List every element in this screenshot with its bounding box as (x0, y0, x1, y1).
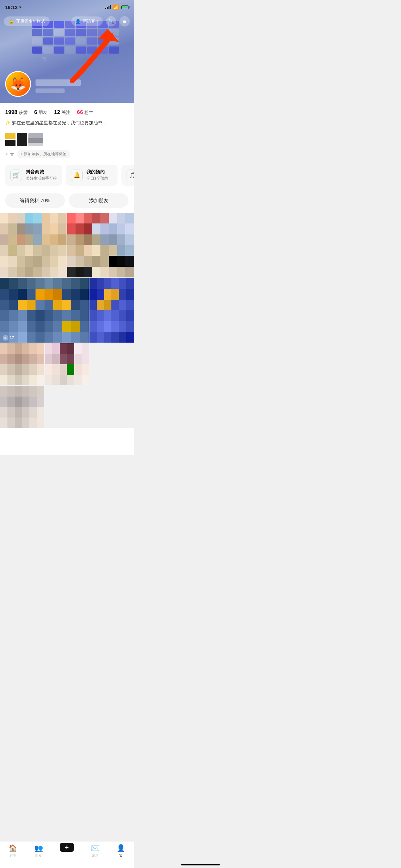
swatch-black-bottom (5, 140, 16, 146)
video-thumb-3[interactable]: ▶ 17 (0, 278, 89, 343)
avatar: 🦊 (5, 71, 31, 97)
play-icon: ▶ (3, 335, 8, 341)
reservation-subtitle: 今日1个预约 (87, 176, 108, 181)
plus-icon: + (21, 152, 23, 157)
swatch-yellow-top (5, 133, 16, 139)
gender-label: 女 (10, 151, 14, 157)
swatch-group-1 (5, 133, 16, 146)
service-mall[interactable]: 🛒 抖音商城 美好生活触手可得 (5, 165, 62, 186)
video-thumb-4[interactable] (89, 278, 134, 343)
video-thumb-2[interactable] (67, 213, 134, 277)
location-icon: ➤ (19, 5, 22, 9)
add-tag-label: 添加年龄、所在地等标签 (24, 151, 66, 157)
status-icons: 📶 (105, 4, 128, 10)
friends-label: 朋友 (38, 110, 48, 116)
wifi-icon: 📶 (113, 4, 120, 10)
service-reservation[interactable]: 🔔 我的预约 今日1个预约 (66, 165, 118, 186)
swatch-group-3 (28, 133, 43, 146)
avatar-image: 🦊 (6, 72, 30, 96)
video-thumb-7[interactable] (0, 386, 44, 428)
video-thumb-6[interactable] (45, 343, 89, 385)
stat-followers[interactable]: 66 粉丝 (77, 109, 93, 116)
reservation-title: 我的预约 (87, 169, 108, 175)
add-tag-btn[interactable]: + 添加年龄、所在地等标签 (17, 150, 70, 158)
reservation-info: 我的预约 今日1个预约 (87, 169, 108, 181)
reservation-icon: 🔔 (71, 169, 83, 181)
followers-number: 66 (77, 109, 83, 116)
menu-icon: ≡ (123, 18, 127, 25)
swatch-gray-bot (28, 143, 43, 146)
edit-profile-label: 编辑资料 70% (20, 197, 50, 204)
bio: ✨ 躲在云层里的星星都在发光，我们也要加油鸭～ (0, 120, 134, 130)
swatch-gray-top (28, 133, 43, 138)
friends-number: 6 (34, 109, 37, 116)
lock-icon: 🔒 (8, 19, 14, 24)
mall-title: 抖音商城 (26, 169, 57, 175)
mall-icon: 🛒 (10, 169, 22, 181)
top-nav: 🔒 开启青少年模式 👤 新访客 4 🔍 ≡ (0, 14, 134, 28)
stat-likes[interactable]: 1998 获赞 (5, 109, 28, 116)
add-friend-btn[interactable]: 添加朋友 (69, 193, 128, 208)
services-row: 🛒 抖音商城 美好生活触手可得 🔔 我的预约 今日1个预约 🎵 我的 (0, 162, 134, 191)
gender-icon: ♀ (5, 152, 9, 157)
stats-row: 1998 获赞 6 朋友 12 关注 66 粉丝 (0, 103, 134, 120)
action-buttons: 编辑资料 70% 添加朋友 (0, 191, 134, 213)
gender-tag: ♀ 女 (5, 151, 14, 157)
tags-row: ♀ 女 + 添加年龄、所在地等标签 (0, 150, 134, 162)
header-background: 找 19:12 ➤ 📶 (0, 0, 134, 103)
video-thumb-5[interactable] (0, 343, 44, 385)
username-area (35, 80, 81, 93)
service-music[interactable]: 🎵 我的 已收藏 (121, 165, 134, 186)
visitors-label: 新访客 4 (83, 19, 99, 24)
nav-right-buttons: 👤 新访客 4 🔍 ≡ (71, 16, 130, 27)
mall-info: 抖音商城 美好生活触手可得 (26, 169, 57, 181)
search-btn[interactable]: 🔍 (106, 16, 116, 27)
add-friend-label: 添加朋友 (89, 197, 109, 204)
mall-subtitle: 美好生活触手可得 (26, 176, 57, 181)
battery-icon (121, 5, 128, 9)
followers-label: 粉丝 (84, 110, 93, 116)
user-id-blurred (35, 89, 65, 93)
visitors-icon: 👤 (75, 19, 81, 24)
likes-number: 1998 (5, 109, 18, 116)
following-number: 12 (54, 109, 60, 116)
status-time: 19:12 (5, 4, 18, 10)
content-area: 1998 获赞 6 朋友 12 关注 66 粉丝 ✨ 躲在云层里的星星都在发光，… (0, 103, 134, 455)
swatch-dark (17, 133, 27, 146)
video-grid: ▶ 17 (0, 213, 134, 428)
username-blurred (35, 80, 81, 86)
menu-btn[interactable]: ≡ (120, 16, 130, 27)
avatar-container: 🦊 (5, 71, 31, 97)
likes-label: 获赞 (19, 110, 28, 116)
video-thumb-1[interactable] (0, 213, 66, 277)
search-icon: 🔍 (108, 19, 114, 25)
visitors-btn[interactable]: 👤 新访客 4 (71, 17, 103, 26)
play-count-3: ▶ 17 (3, 335, 14, 341)
color-swatches (0, 130, 134, 150)
bio-text: ✨ 躲在云层里的星星都在发光，我们也要加油鸭～ (5, 120, 107, 125)
stat-following[interactable]: 12 关注 (54, 109, 70, 116)
swatch-gray-mid (28, 138, 43, 143)
status-bar: 19:12 ➤ 📶 (0, 0, 134, 14)
signal-icon (105, 5, 111, 9)
open-teen-mode-btn[interactable]: 🔒 开启青少年模式 (4, 17, 50, 26)
bottom-spacer (0, 428, 134, 455)
edit-profile-btn[interactable]: 编辑资料 70% (5, 193, 65, 208)
play-count-label: 17 (10, 336, 14, 340)
open-teen-mode-label: 开启青少年模式 (16, 19, 45, 24)
stat-friends[interactable]: 6 朋友 (34, 109, 48, 116)
following-label: 关注 (61, 110, 70, 116)
music-icon: 🎵 (127, 169, 134, 181)
